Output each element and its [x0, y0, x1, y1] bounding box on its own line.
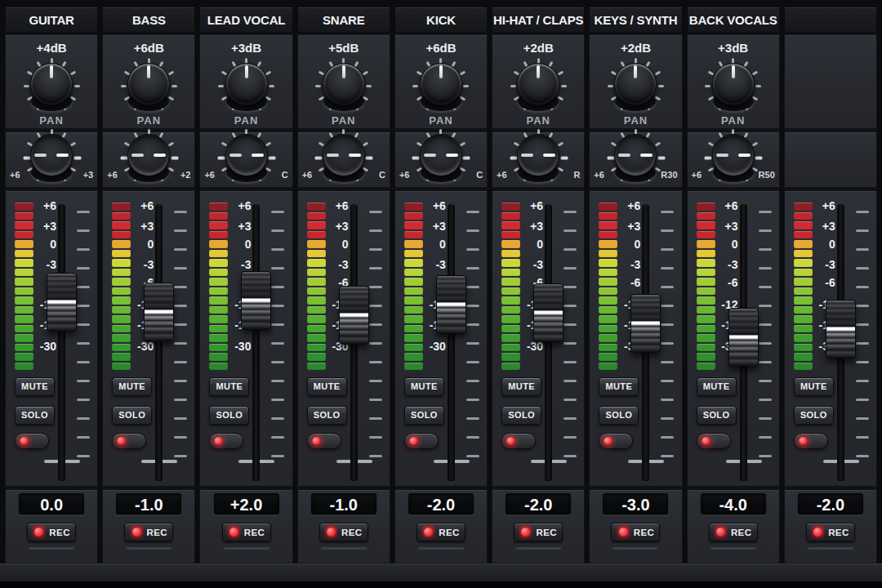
fader-value-display[interactable]: -2.0 [408, 492, 474, 515]
gain-label: +2dB [590, 41, 681, 55]
knob-pointer [34, 154, 47, 157]
aux-knob[interactable] [120, 128, 177, 185]
solo-button[interactable]: SOLO [307, 406, 347, 425]
fader-value-display[interactable]: -4.0 [700, 492, 767, 515]
mute-button[interactable]: MUTE [15, 377, 55, 396]
fader-value-display[interactable]: -1.0 [310, 492, 377, 515]
fader-tick [856, 380, 869, 382]
fader-handle[interactable] [339, 286, 369, 345]
rec-button[interactable]: REC [514, 523, 563, 541]
solo-button[interactable]: SOLO [697, 406, 737, 425]
mute-button[interactable]: MUTE [501, 377, 541, 396]
fader-handle[interactable] [826, 300, 856, 359]
aux-knob[interactable] [23, 128, 80, 185]
pan-knob[interactable] [218, 57, 275, 114]
fader-handle[interactable] [630, 294, 661, 353]
solo-button[interactable]: SOLO [599, 406, 639, 425]
fader-value-display[interactable]: -3.0 [602, 492, 669, 515]
channel-strip: KEYS / SYNTH+2dBPAN+6R30+6+30-3-6-12-18-… [589, 7, 682, 564]
mute-button[interactable]: MUTE [697, 377, 737, 396]
rec-button[interactable]: REC [709, 523, 758, 541]
aux-knob[interactable] [412, 128, 470, 185]
signal-led-toggle[interactable] [501, 433, 536, 449]
rec-button[interactable]: REC [416, 523, 466, 541]
fader-tick [759, 286, 772, 288]
fader-tick [77, 286, 90, 288]
rec-button[interactable]: REC [124, 523, 173, 541]
fader-tick [661, 399, 674, 401]
mute-button[interactable]: MUTE [209, 377, 249, 396]
signal-led-toggle[interactable] [599, 433, 633, 449]
meter-scale-label: 0 [127, 238, 154, 250]
signal-led-toggle[interactable] [209, 433, 243, 449]
meter-segment [112, 250, 131, 258]
pan-knob[interactable] [315, 57, 372, 114]
pan-knob[interactable] [23, 57, 80, 114]
signal-led-toggle[interactable] [307, 433, 341, 449]
fader-tick [369, 455, 382, 457]
pan-knob[interactable] [510, 57, 567, 114]
mute-button[interactable]: MUTE [404, 377, 444, 396]
solo-button[interactable]: SOLO [15, 406, 55, 425]
meter-fader-section: +6+30-3-6-12-18-30MUTESOLO [297, 190, 390, 487]
fader-track[interactable] [448, 204, 455, 482]
mute-button[interactable]: MUTE [307, 377, 347, 396]
fader-tick [564, 211, 577, 213]
fader-handle[interactable] [144, 283, 174, 341]
signal-led-toggle[interactable] [404, 433, 439, 449]
pan-knob-body [517, 63, 559, 105]
fader-handle[interactable] [728, 308, 759, 367]
meter-scale-label: +6 [712, 200, 738, 212]
rec-button[interactable]: REC [222, 523, 271, 541]
meter-scale-label: +6 [30, 200, 56, 212]
solo-button[interactable]: SOLO [404, 406, 444, 425]
fader-handle[interactable] [533, 283, 564, 342]
fader-value-display[interactable]: -2.0 [797, 492, 864, 515]
pan-knob[interactable] [120, 57, 177, 114]
fader-track[interactable] [545, 204, 552, 482]
mute-button[interactable]: MUTE [599, 377, 639, 396]
solo-button[interactable]: SOLO [112, 406, 152, 425]
signal-led-toggle[interactable] [697, 433, 731, 449]
fader-value-display[interactable]: 0.0 [18, 492, 85, 515]
mute-button[interactable]: MUTE [794, 377, 834, 396]
mute-button[interactable]: MUTE [112, 377, 152, 396]
solo-button[interactable]: SOLO [209, 406, 249, 425]
fader-handle[interactable] [241, 271, 271, 330]
panel-seam-highlight [710, 547, 756, 550]
solo-button[interactable]: SOLO [794, 406, 834, 425]
rec-button[interactable]: REC [806, 523, 855, 541]
fader-value-display[interactable]: +2.0 [213, 492, 280, 515]
fader-tick [369, 267, 382, 270]
aux-knob[interactable] [218, 128, 275, 185]
knob-tick [70, 141, 77, 146]
solo-button[interactable]: SOLO [501, 406, 541, 425]
meter-segment [404, 353, 423, 361]
fader-handle[interactable] [436, 275, 466, 334]
pan-knob[interactable] [607, 57, 664, 114]
aux-knob[interactable] [315, 128, 372, 185]
knob-tick [655, 70, 662, 75]
fader-value-display[interactable]: -1.0 [115, 492, 182, 515]
pan-knob[interactable] [412, 57, 470, 114]
fader-value-display[interactable]: -2.0 [505, 492, 572, 515]
aux-knob[interactable] [510, 128, 567, 185]
fader-track[interactable] [155, 204, 163, 482]
fader-tick [174, 399, 187, 401]
rec-button[interactable]: REC [319, 523, 368, 541]
aux-knob-section: +6C [199, 131, 292, 188]
rec-button[interactable]: REC [27, 523, 76, 541]
fader-tick [661, 229, 674, 232]
aux-knob[interactable] [705, 128, 762, 185]
signal-led-toggle[interactable] [15, 433, 49, 449]
pan-knob[interactable] [705, 57, 762, 114]
signal-led-toggle[interactable] [794, 433, 828, 449]
fader-handle[interactable] [47, 273, 77, 332]
panel-seam-highlight [126, 547, 172, 550]
fader-track[interactable] [58, 204, 65, 482]
rec-button[interactable]: REC [611, 523, 660, 541]
signal-led-toggle[interactable] [112, 433, 146, 449]
aux-knob[interactable] [607, 128, 664, 185]
fader-tick [856, 286, 869, 288]
fader-track[interactable] [252, 204, 260, 482]
